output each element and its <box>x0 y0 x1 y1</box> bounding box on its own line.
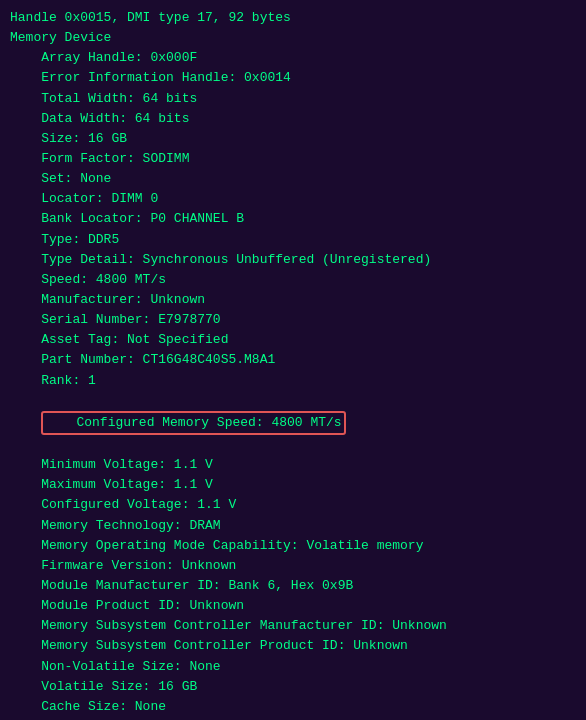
terminal-line: Locator: DIMM 0 <box>10 189 576 209</box>
terminal-line: Non-Volatile Size: None <box>10 657 576 677</box>
terminal-line: Set: None <box>10 169 576 189</box>
terminal-line: Memory Subsystem Controller Manufacturer… <box>10 616 576 636</box>
terminal-line: Memory Operating Mode Capability: Volati… <box>10 536 576 556</box>
terminal-output-before: Handle 0x0015, DMI type 17, 92 bytesMemo… <box>10 8 576 391</box>
terminal-line: Bank Locator: P0 CHANNEL B <box>10 209 576 229</box>
terminal-line: Cache Size: None <box>10 697 576 717</box>
terminal-line: Data Width: 64 bits <box>10 109 576 129</box>
terminal-line: Firmware Version: Unknown <box>10 556 576 576</box>
terminal-line: Handle 0x0015, DMI type 17, 92 bytes <box>10 8 576 28</box>
terminal-line: Asset Tag: Not Specified <box>10 330 576 350</box>
highlighted-configured-speed: Configured Memory Speed: 4800 MT/s <box>41 411 345 435</box>
terminal-line: Total Width: 64 bits <box>10 89 576 109</box>
terminal-line: Form Factor: SODIMM <box>10 149 576 169</box>
terminal-output-after: Minimum Voltage: 1.1 V Maximum Voltage: … <box>10 455 576 720</box>
terminal-line: Type Detail: Synchronous Unbuffered (Unr… <box>10 250 576 270</box>
terminal-line: Rank: 1 <box>10 371 576 391</box>
terminal-line: Configured Voltage: 1.1 V <box>10 495 576 515</box>
terminal-line: Type: DDR5 <box>10 230 576 250</box>
terminal-line: Error Information Handle: 0x0014 <box>10 68 576 88</box>
highlighted-line-container: Configured Memory Speed: 4800 MT/s <box>10 391 576 455</box>
terminal-line: Memory Technology: DRAM <box>10 516 576 536</box>
terminal-line: Volatile Size: 16 GB <box>10 677 576 697</box>
terminal-line: Memory Device <box>10 28 576 48</box>
terminal-line: Module Product ID: Unknown <box>10 596 576 616</box>
terminal-line: Part Number: CT16G48C40S5.M8A1 <box>10 350 576 370</box>
terminal-line: Module Manufacturer ID: Bank 6, Hex 0x9B <box>10 576 576 596</box>
terminal-window: Handle 0x0015, DMI type 17, 92 bytesMemo… <box>10 8 576 720</box>
terminal-line: Memory Subsystem Controller Product ID: … <box>10 636 576 656</box>
terminal-line: Array Handle: 0x000F <box>10 48 576 68</box>
terminal-line: Maximum Voltage: 1.1 V <box>10 475 576 495</box>
terminal-line: Minimum Voltage: 1.1 V <box>10 455 576 475</box>
terminal-line: Size: 16 GB <box>10 129 576 149</box>
terminal-line: Speed: 4800 MT/s <box>10 270 576 290</box>
terminal-line: Serial Number: E7978770 <box>10 310 576 330</box>
terminal-line: Manufacturer: Unknown <box>10 290 576 310</box>
